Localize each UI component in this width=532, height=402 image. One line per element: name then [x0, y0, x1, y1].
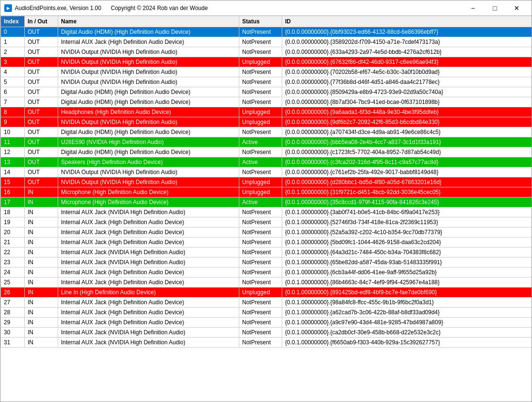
cell-id: {0.0.0.00000000}.{a707434f-d3ce-4d9a-ab9… [282, 127, 532, 137]
table-row: 19INInternal AUX Jack (High Definition A… [1, 217, 532, 227]
cell-name: NVIDIA Output (NVIDIA High Definition Au… [58, 57, 239, 67]
cell-status: NotPresent [239, 338, 282, 348]
cell-index: 10 [1, 127, 25, 137]
cell-inout: IN [25, 268, 58, 278]
cell-index: 6 [1, 87, 25, 97]
table-body: 0OUTDigital Audio (HDMI) (High Definitio… [1, 27, 532, 348]
cell-index: 5 [1, 77, 25, 87]
cell-inout: OUT [25, 167, 58, 177]
cell-status: NotPresent [239, 47, 282, 57]
table-row: 14OUTNVIDIA Output (NVIDIA High Definiti… [1, 167, 532, 177]
cell-name: Digital Audio (HDMI) (High Definition Au… [58, 27, 239, 37]
cell-name: Internal AUX Jack (NVIDIA High Definitio… [58, 207, 239, 217]
cell-inout: OUT [25, 107, 58, 117]
cell-index: 30 [1, 328, 25, 338]
close-button[interactable]: ✕ [506, 0, 528, 16]
cell-inout: IN [25, 187, 58, 197]
cell-name: Internal AUX Jack (High Definition Audio… [58, 278, 239, 288]
cell-status: NotPresent [239, 87, 282, 97]
cell-name: NVIDIA Output (NVIDIA High Definition Au… [58, 177, 239, 187]
cell-status: Active [239, 157, 282, 167]
cell-inout: OUT [25, 67, 58, 77]
table-header-row: Index In / Out Name Status ID [1, 16, 532, 27]
cell-inout: OUT [25, 27, 58, 37]
table-row: 31INInternal AUX Jack (NVIDIA High Defin… [1, 338, 532, 348]
table-row: 18INInternal AUX Jack (NVIDIA High Defin… [1, 207, 532, 217]
cell-name: Internal AUX Jack (High Definition Audio… [58, 237, 239, 247]
cell-id: {0.0.0.00000000}.{9a6aada1-6f3d-448a-9e3… [282, 107, 532, 117]
main-window: ▶ AudioEndPoints.exe, Version 1.00 Copyr… [0, 0, 532, 402]
cell-index: 2 [1, 47, 25, 57]
cell-status: NotPresent [239, 258, 282, 268]
cell-id: {0.0.0.00000000}.{633a4293-2a97-4e5d-bbd… [282, 47, 532, 57]
title-bar-text: AudioEndPoints.exe, Version 1.00 Copyrig… [15, 5, 462, 11]
cell-inout: IN [25, 197, 58, 207]
cell-inout: IN [25, 308, 58, 318]
cell-index: 18 [1, 207, 25, 217]
table-row: 15OUTNVIDIA Output (NVIDIA High Definiti… [1, 177, 532, 187]
cell-status: NotPresent [239, 147, 282, 157]
cell-inout: IN [25, 217, 58, 227]
cell-name: U28E590 (NVIDIA High Definition Audio) [58, 137, 239, 147]
cell-name: Internal AUX Jack (NVIDIA High Definitio… [58, 258, 239, 268]
cell-status: NotPresent [239, 217, 282, 227]
cell-id: {0.0.1.00000000}.{35c8ccd1-979f-4115-90f… [282, 197, 532, 207]
cell-inout: OUT [25, 37, 58, 47]
cell-name: Internal AUX Jack (NVIDIA High Definitio… [58, 328, 239, 338]
table-row: 7OUTDigital Audio (HDMI) (High Definitio… [1, 97, 532, 107]
cell-name: Headphones (High Definition Audio Device… [58, 107, 239, 117]
cell-index: 26 [1, 288, 25, 298]
cell-name: Internal AUX Jack (High Definition Audio… [58, 37, 239, 47]
cell-index: 1 [1, 37, 25, 47]
cell-status: Active [239, 137, 282, 147]
cell-index: 19 [1, 217, 25, 227]
cell-status: NotPresent [239, 127, 282, 137]
cell-status: Unplugged [239, 107, 282, 117]
cell-index: 29 [1, 318, 25, 328]
cell-id: {0.0.1.00000000}.{98a84fc8-ffcc-455c-9b1… [282, 298, 532, 308]
table-row: 30INInternal AUX Jack (NVIDIA High Defin… [1, 328, 532, 338]
app-icon: ▶ [4, 4, 12, 12]
cell-id: {0.0.0.00000000}.{77f36b8d-d46f-4d51-a84… [282, 77, 532, 87]
cell-name: Digital Audio (HDMI) (High Definition Au… [58, 127, 239, 137]
cell-index: 24 [1, 268, 25, 278]
table-row: 4OUTNVIDIA Output (NVIDIA High Definitio… [1, 67, 532, 77]
cell-index: 13 [1, 157, 25, 167]
maximize-button[interactable]: □ [484, 0, 506, 16]
table-container: Index In / Out Name Status ID 0OUTDigita… [0, 16, 532, 402]
table-row: 0OUTDigital Audio (HDMI) (High Definitio… [1, 27, 532, 37]
table-row: 2OUTNVIDIA Output (NVIDIA High Definitio… [1, 47, 532, 57]
table-row: 24INInternal AUX Jack (High Definition A… [1, 268, 532, 278]
cell-name: Internal AUX Jack (NVIDIA High Definitio… [58, 247, 239, 258]
cell-index: 25 [1, 278, 25, 288]
cell-status: NotPresent [239, 298, 282, 308]
table-row: 27INInternal AUX Jack (High Definition A… [1, 298, 532, 308]
minimize-button[interactable]: − [462, 0, 484, 16]
table-row: 23INInternal AUX Jack (NVIDIA High Defin… [1, 258, 532, 268]
cell-id: {0.0.0.00000000}.{3589202d-f709-4150-a71… [282, 37, 532, 47]
table-row: 6OUTDigital Audio (HDMI) (High Definitio… [1, 87, 532, 97]
cell-name: NVIDIA Output (NVIDIA High Definition Au… [58, 77, 239, 87]
table-row: 1OUTInternal AUX Jack (High Definition A… [1, 37, 532, 47]
cell-status: Unplugged [239, 177, 282, 187]
cell-inout: OUT [25, 97, 58, 107]
cell-status: Unplugged [239, 57, 282, 67]
app-copyright: Copyright © 2024 Rob van der Woude [111, 5, 207, 11]
col-header-status: Status [239, 16, 282, 27]
cell-status: NotPresent [239, 207, 282, 217]
col-header-inout: In / Out [25, 16, 58, 27]
table-row: 9OUTNVIDIA Output (NVIDIA High Definitio… [1, 117, 532, 127]
app-title: AudioEndPoints.exe, Version 1.00 [15, 5, 101, 11]
cell-index: 16 [1, 187, 25, 197]
cell-index: 8 [1, 107, 25, 117]
cell-status: NotPresent [239, 268, 282, 278]
cell-id: {0.0.0.00000000}.{c1723fc5-7702-404a-895… [282, 147, 532, 157]
cell-id: {0.0.0.00000000}.{c761ef2b-25fa-492e-901… [282, 167, 532, 177]
cell-inout: OUT [25, 147, 58, 157]
cell-inout: OUT [25, 157, 58, 167]
cell-name: Digital Audio (HDMI) (High Definition Au… [58, 87, 239, 97]
cell-name: Internal AUX Jack (High Definition Audio… [58, 217, 239, 227]
cell-id: {0.0.0.00000000}.{c3fca202-316d-4f95-8c1… [282, 157, 532, 167]
cell-name: NVIDIA Output (NVIDIA High Definition Au… [58, 67, 239, 77]
cell-name: Internal AUX Jack (High Definition Audio… [58, 298, 239, 308]
